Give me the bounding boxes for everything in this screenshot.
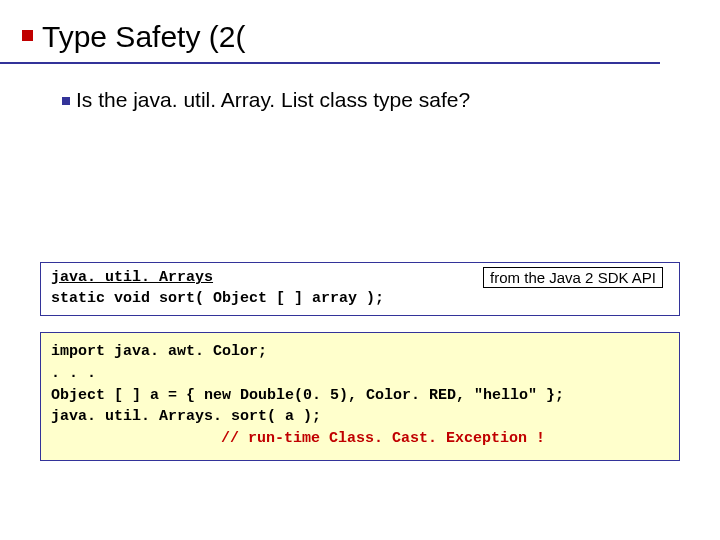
- bullet-text: Is the java. util. Array. List class typ…: [76, 88, 470, 111]
- api-reference-box: from the Java 2 SDK API java. util. Arra…: [40, 262, 680, 316]
- title-accent-square: [22, 30, 33, 41]
- code-line: . . .: [51, 363, 669, 385]
- title-underline: [0, 62, 660, 64]
- code-comment: // run-time Class. Cast. Exception !: [221, 430, 545, 447]
- code-example-box: import java. awt. Color; . . . Object [ …: [40, 332, 680, 461]
- code-line: java. util. Arrays. sort( a );: [51, 406, 669, 428]
- slide-title: Type Safety (2(: [42, 20, 245, 54]
- api-method-signature: static void sort( Object [ ] array );: [51, 290, 669, 307]
- bullet-item: Is the java. util. Array. List class typ…: [62, 88, 470, 112]
- slide: Type Safety (2( Is the java. util. Array…: [0, 0, 720, 540]
- code-line: import java. awt. Color;: [51, 341, 669, 363]
- api-source-badge: from the Java 2 SDK API: [483, 267, 663, 288]
- code-line: Object [ ] a = { new Double(0. 5), Color…: [51, 385, 669, 407]
- code-comment-line: // run-time Class. Cast. Exception !: [51, 428, 669, 450]
- bullet-icon: [62, 97, 70, 105]
